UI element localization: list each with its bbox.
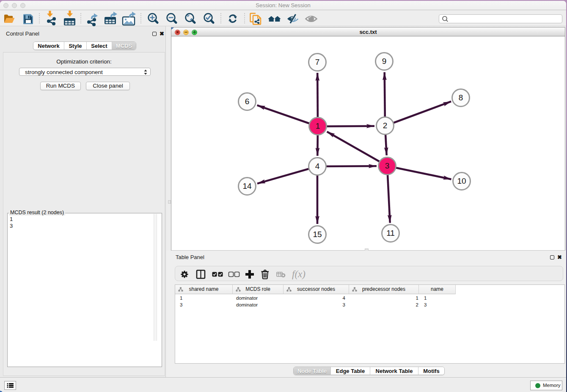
svg-text:f(x): f(x) xyxy=(292,269,306,279)
